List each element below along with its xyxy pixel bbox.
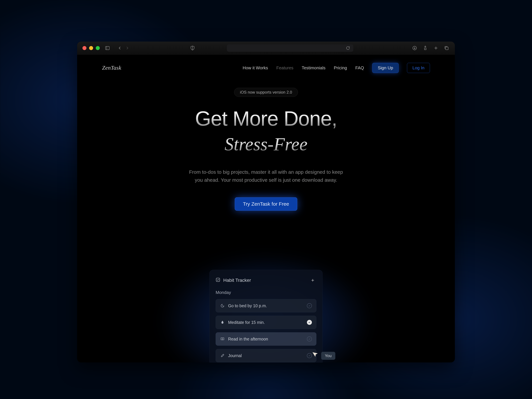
shield-icon[interactable] [190, 45, 196, 51]
habit-day-label: Monday [216, 290, 316, 295]
habit-tracker-card: Habit Tracker Monday Go to bed by 10 p.m… [209, 270, 323, 362]
habit-label: Journal [228, 353, 242, 358]
habit-card-header: Habit Tracker [216, 277, 316, 284]
login-button[interactable]: Log In [407, 63, 430, 73]
primary-nav: How it Works Features Testimonials Prici… [243, 63, 430, 73]
hero-headline-line1: Get More Done, [195, 107, 337, 130]
traffic-lights [82, 46, 100, 50]
sidebar-toggle-icon[interactable] [104, 45, 110, 51]
cursor-user-badge: You [321, 352, 335, 360]
add-habit-button[interactable] [309, 277, 316, 284]
page-content: ZenTask How it Works Features Testimonia… [77, 55, 455, 362]
downloads-icon[interactable] [412, 45, 418, 51]
svg-rect-7 [446, 47, 448, 50]
hero-section: iOS now supports version 2.0 Get More Do… [77, 88, 455, 211]
nav-features[interactable]: Features [276, 65, 293, 70]
browser-window: ZenTask How it Works Features Testimonia… [77, 42, 455, 362]
maximize-window-button[interactable] [96, 46, 100, 50]
habit-card-title: Habit Tracker [223, 278, 251, 283]
habit-item[interactable]: Meditate for 15 min. [216, 316, 316, 329]
reload-icon[interactable] [346, 46, 350, 50]
minimize-window-button[interactable] [89, 46, 93, 50]
new-tab-icon[interactable] [433, 45, 439, 51]
announcement-pill[interactable]: iOS now supports version 2.0 [234, 88, 298, 97]
habit-label: Meditate for 15 min. [228, 320, 265, 325]
close-window-button[interactable] [82, 46, 86, 50]
forward-icon [124, 45, 130, 51]
nav-testimonials[interactable]: Testimonials [302, 65, 325, 70]
hero-headline-line2: Stress-Free [225, 134, 308, 155]
signup-button[interactable]: Sign Up [372, 63, 399, 73]
site-header: ZenTask How it Works Features Testimonia… [77, 55, 455, 81]
brand-logo[interactable]: ZenTask [102, 65, 121, 71]
moon-icon [220, 304, 225, 308]
hero-cta-button[interactable]: Try ZenTask for Free [235, 197, 297, 211]
habit-status-unchecked[interactable] [307, 353, 312, 358]
svg-rect-0 [106, 46, 109, 50]
check-square-icon [216, 278, 220, 283]
back-icon[interactable] [117, 45, 123, 51]
url-bar[interactable] [227, 44, 353, 52]
leaf-icon [220, 320, 225, 325]
share-icon[interactable] [422, 45, 428, 51]
hero-subhead: From to-dos to big projects, master it a… [184, 168, 348, 184]
habit-label: Read in the afternoon [228, 337, 268, 342]
habit-status-unchecked[interactable] [307, 336, 312, 342]
habit-status-unchecked[interactable] [307, 303, 312, 308]
book-icon [220, 337, 225, 341]
habit-item[interactable]: Read in the afternoon [216, 332, 316, 346]
pencil-icon [220, 353, 225, 358]
tabs-overview-icon[interactable] [443, 45, 450, 51]
nav-how-it-works[interactable]: How it Works [243, 65, 268, 70]
nav-pricing[interactable]: Pricing [334, 65, 347, 70]
habit-item[interactable]: Go to bed by 10 p.m. [216, 299, 316, 312]
habit-list: Go to bed by 10 p.m. Meditate for 15 min… [216, 299, 316, 362]
svg-rect-8 [216, 278, 220, 281]
browser-chrome [77, 42, 455, 55]
habit-label: Go to bed by 10 p.m. [228, 304, 267, 308]
nav-faq[interactable]: FAQ [355, 65, 364, 70]
habit-status-checked[interactable] [307, 320, 312, 325]
habit-item[interactable]: Journal [216, 349, 316, 362]
